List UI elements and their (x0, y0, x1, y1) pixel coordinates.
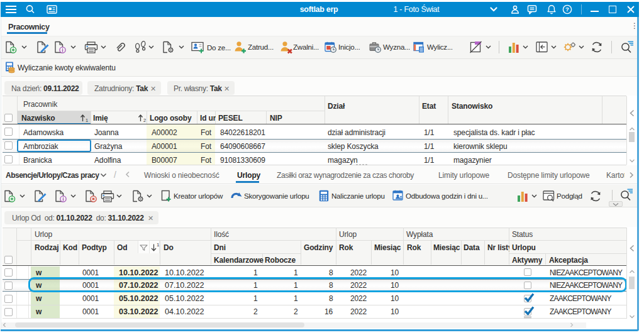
svg-text:1: 1 (86, 118, 88, 123)
svg-text:?: ? (565, 6, 569, 13)
svg-text:2: 2 (143, 118, 146, 123)
